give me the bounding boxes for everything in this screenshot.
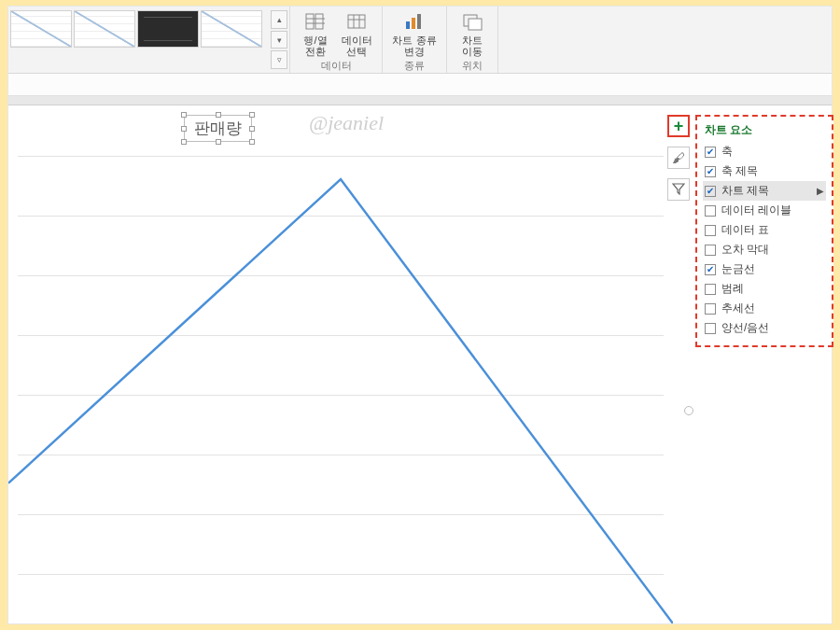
svg-rect-9 — [412, 18, 415, 29]
svg-rect-8 — [406, 21, 410, 29]
menu-item[interactable]: 축 — [703, 142, 826, 161]
resize-handle[interactable] — [181, 139, 187, 145]
chart-styles-button[interactable]: 🖌 — [667, 147, 690, 169]
ribbon-group-type: 차트 종류변경 종류 — [383, 7, 447, 73]
menu-item[interactable]: 눈금선 — [703, 259, 826, 279]
resize-handle[interactable] — [216, 139, 221, 145]
menu-item-label: 눈금선 — [721, 261, 755, 277]
change-chart-type-icon — [403, 10, 426, 33]
select-data-icon — [345, 10, 368, 33]
app-frame: ▴ ▾ ▿ 행/열전환 데이터선택 데이 — [7, 6, 833, 624]
menu-item-label: 추세선 — [721, 301, 755, 316]
menu-item[interactable]: 범례 — [703, 279, 826, 299]
chart-style-gallery[interactable]: ▴ ▾ ▿ — [8, 7, 290, 73]
chart-elements-button[interactable]: + — [667, 115, 690, 137]
checkbox[interactable] — [705, 264, 716, 275]
svg-rect-12 — [469, 19, 482, 30]
chart-plot-area[interactable] — [8, 156, 673, 623]
menu-item-label: 범례 — [721, 281, 744, 297]
move-chart-icon — [461, 10, 483, 33]
resize-handle[interactable] — [181, 126, 187, 132]
checkbox[interactable] — [705, 284, 716, 295]
chart-elements-menu: 차트 요소 축축 제목차트 제목▶데이터 레이블데이터 표오차 막대눈금선범례추… — [695, 115, 833, 347]
menu-item-label: 축 제목 — [721, 163, 758, 179]
menu-item-label: 데이터 레이블 — [721, 203, 791, 218]
group-caption: 위치 — [462, 59, 483, 73]
chart-title-text: 판매량 — [194, 119, 242, 137]
checkbox[interactable] — [705, 323, 716, 334]
checkbox[interactable] — [705, 245, 716, 256]
svg-rect-4 — [348, 15, 365, 28]
ribbon-group-data: 행/열전환 데이터선택 데이터 — [290, 7, 383, 73]
checkbox[interactable] — [705, 186, 716, 197]
row-separator — [8, 96, 832, 105]
gallery-scroll-down-icon[interactable]: ▾ — [271, 31, 287, 49]
menu-item-label: 양선/음선 — [721, 320, 769, 336]
checkbox[interactable] — [705, 225, 716, 236]
menu-title: 차트 요소 — [703, 122, 826, 142]
brush-icon: 🖌 — [672, 150, 685, 165]
chart-line-series — [8, 156, 673, 623]
checkbox[interactable] — [705, 205, 716, 217]
group-caption: 데이터 — [321, 59, 352, 73]
chart-style-thumb[interactable] — [74, 10, 135, 48]
switch-row-col-button[interactable]: 행/열전환 — [296, 8, 335, 59]
group-caption: 종류 — [404, 59, 425, 73]
svg-rect-1 — [315, 14, 323, 29]
menu-item-label: 축 — [721, 144, 733, 160]
menu-item[interactable]: 추세선 — [703, 299, 826, 318]
plus-icon: + — [674, 118, 684, 134]
resize-handle[interactable] — [181, 112, 187, 118]
ribbon: ▴ ▾ ▿ 행/열전환 데이터선택 데이 — [8, 7, 832, 74]
watermark: @jeaniel — [309, 111, 384, 135]
move-chart-button[interactable]: 차트이동 — [453, 8, 492, 59]
switch-row-col-icon — [304, 10, 327, 33]
chart-style-thumb[interactable] — [201, 10, 262, 48]
formula-bar-area — [8, 74, 832, 96]
resize-handle[interactable] — [216, 112, 221, 118]
svg-rect-10 — [417, 14, 421, 29]
chart-style-thumb[interactable] — [137, 10, 199, 48]
button-label: 행/열전환 — [303, 35, 327, 57]
menu-item[interactable]: 축 제목 — [703, 161, 826, 181]
menu-item[interactable]: 오차 막대 — [703, 240, 826, 259]
menu-item[interactable]: 데이터 레이블 — [703, 201, 826, 220]
select-data-button[interactable]: 데이터선택 — [337, 8, 376, 59]
checkbox[interactable] — [705, 147, 716, 158]
checkbox[interactable] — [705, 303, 716, 315]
menu-item[interactable]: 차트 제목▶ — [703, 181, 826, 201]
chart-resize-handle[interactable] — [684, 406, 693, 415]
gallery-more-icon[interactable]: ▿ — [271, 50, 287, 69]
button-label: 차트이동 — [462, 35, 483, 57]
gallery-scroll-up-icon[interactable]: ▴ — [271, 10, 287, 29]
worksheet-area: @jeaniel 판매량 + 🖌 — [8, 105, 832, 623]
chart-style-thumb[interactable] — [10, 10, 72, 48]
resize-handle[interactable] — [249, 112, 255, 118]
menu-item-label: 데이터 표 — [721, 222, 769, 238]
checkbox[interactable] — [705, 166, 716, 177]
resize-handle[interactable] — [249, 139, 255, 145]
svg-rect-0 — [306, 14, 314, 29]
menu-item[interactable]: 데이터 표 — [703, 220, 826, 240]
chart-filters-button[interactable] — [667, 178, 690, 201]
ribbon-group-location: 차트이동 위치 — [447, 7, 498, 73]
funnel-icon — [672, 182, 685, 198]
button-label: 데이터선택 — [342, 35, 372, 57]
change-chart-type-button[interactable]: 차트 종류변경 — [388, 8, 441, 59]
menu-item-label: 차트 제목 — [721, 183, 769, 199]
button-label: 차트 종류변경 — [392, 35, 436, 57]
flyout-icon: ▶ — [817, 186, 824, 196]
chart-title[interactable]: 판매량 — [184, 115, 252, 142]
gallery-scroll[interactable]: ▴ ▾ ▿ — [271, 10, 287, 69]
menu-item-label: 오차 막대 — [721, 242, 769, 258]
resize-handle[interactable] — [249, 126, 255, 132]
menu-item[interactable]: 양선/음선 — [703, 318, 826, 338]
